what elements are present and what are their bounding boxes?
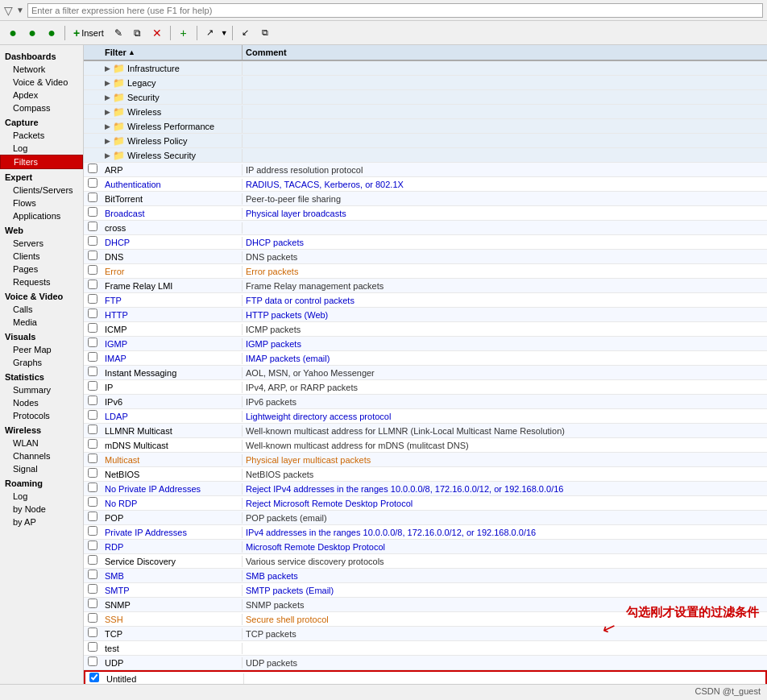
filter-expression-input[interactable]	[27, 3, 763, 18]
check-mdns[interactable]	[84, 438, 102, 452]
check-service-discovery[interactable]	[84, 554, 102, 568]
export-button[interactable]: ↗	[201, 24, 219, 42]
import-button[interactable]: ↙	[237, 24, 255, 42]
check-no-rdp[interactable]	[84, 496, 102, 510]
copy2-button[interactable]: ⧉	[256, 24, 274, 42]
sidebar-item-clients[interactable]: Clients	[0, 250, 83, 263]
sidebar-item-summary[interactable]: Summary	[0, 383, 83, 396]
check-ldap[interactable]	[84, 409, 102, 423]
sidebar-item-packets[interactable]: Packets	[0, 129, 83, 142]
filter-error: Error	[102, 266, 243, 277]
sidebar-item-by-ap[interactable]: by AP	[0, 516, 83, 528]
comment-multicast: Physical layer multicast packets	[243, 454, 767, 466]
check-ssh[interactable]	[84, 612, 102, 626]
sidebar-item-voice-video-dash[interactable]: Voice & Video	[0, 76, 83, 89]
check-frame-relay[interactable]	[84, 279, 102, 292]
check-untitled[interactable]	[85, 672, 103, 684]
group-row-wireless-policy[interactable]: ▶ 📁 Wireless Policy	[84, 134, 767, 148]
table-row: BitTorrent Peer-to-peer file sharing	[84, 192, 767, 206]
delete-button[interactable]: ✕	[148, 24, 166, 42]
check-netbios[interactable]	[84, 467, 102, 481]
check-smb[interactable]	[84, 569, 102, 582]
sidebar-item-pages[interactable]: Pages	[0, 263, 83, 275]
check-pop[interactable]	[84, 511, 102, 524]
chevron-icon: ▶	[105, 64, 110, 72]
check-icmp[interactable]	[84, 322, 102, 336]
col-filter-header[interactable]: Filter ▲	[102, 45, 243, 60]
check-snmp[interactable]	[84, 598, 102, 611]
check-ipv6[interactable]	[84, 395, 102, 408]
sidebar-item-requests[interactable]: Requests	[0, 275, 83, 288]
sidebar-item-signal[interactable]: Signal	[0, 462, 83, 475]
group-row-infrastructure[interactable]: ▶ 📁 Infrastructure	[84, 61, 767, 76]
check-cross[interactable]	[84, 221, 102, 234]
toolbar-btn-1[interactable]: ●	[4, 24, 22, 42]
check-auth[interactable]	[84, 177, 102, 191]
sidebar-item-flows[interactable]: Flows	[0, 197, 83, 209]
group-row-legacy[interactable]: ▶ 📁 Legacy	[84, 76, 767, 90]
toolbar-btn-3[interactable]: ●	[43, 24, 60, 42]
comment-private-ip: IPv4 addresses in the ranges 10.0.0.0/8,…	[243, 527, 767, 538]
copy-button[interactable]: ⧉	[129, 24, 147, 42]
check-im[interactable]	[84, 366, 102, 379]
sidebar-item-nodes[interactable]: Nodes	[0, 396, 83, 409]
sidebar-item-network[interactable]: Network	[0, 63, 83, 76]
check-multicast[interactable]	[84, 453, 102, 466]
sidebar-item-filters[interactable]: Filters	[0, 155, 83, 169]
sidebar-item-apdex[interactable]: Apdex	[0, 89, 83, 101]
sidebar-item-servers[interactable]: Servers	[0, 237, 83, 250]
group-visuals: Visuals	[0, 329, 83, 343]
check-llmnr[interactable]	[84, 424, 102, 437]
sidebar-item-by-node[interactable]: by Node	[0, 503, 83, 516]
check-igmp[interactable]	[84, 337, 102, 350]
group-row-wireless[interactable]: ▶ 📁 Wireless	[84, 105, 767, 119]
group-comment-legacy	[243, 82, 767, 84]
sidebar-item-channels[interactable]: Channels	[0, 449, 83, 462]
check-test[interactable]	[84, 641, 102, 655]
group-row-wireless-security[interactable]: ▶ 📁 Wireless Security	[84, 148, 767, 163]
add-button[interactable]: +	[175, 24, 193, 42]
sep-3	[197, 26, 197, 40]
filter-col-label: Filter	[105, 48, 126, 57]
sidebar-item-log[interactable]: Log	[0, 142, 83, 155]
check-error[interactable]	[84, 264, 102, 278]
group-comment-infrastructure	[243, 68, 767, 69]
check-ftp[interactable]	[84, 293, 102, 307]
sidebar-item-peer-map[interactable]: Peer Map	[0, 343, 83, 356]
toolbar-btn-2[interactable]: ●	[23, 24, 41, 42]
group-row-wireless-perf[interactable]: ▶ 📁 Wireless Performance	[84, 119, 767, 134]
check-private-ip[interactable]	[84, 525, 102, 539]
sidebar-item-media[interactable]: Media	[0, 316, 83, 329]
check-http[interactable]	[84, 308, 102, 321]
check-ip[interactable]	[84, 380, 102, 394]
check-tcp[interactable]	[84, 627, 102, 640]
check-imap[interactable]	[84, 351, 102, 365]
check-udp[interactable]	[84, 656, 102, 669]
chevron-icon-2: ▶	[105, 79, 110, 87]
sidebar-item-wlan[interactable]: WLAN	[0, 437, 83, 449]
sidebar-item-compass[interactable]: Compass	[0, 101, 83, 114]
check-bittorrent[interactable]	[84, 192, 102, 205]
check-rdp[interactable]	[84, 540, 102, 553]
col-comment-header[interactable]: Comment	[243, 45, 767, 60]
check-broadcast[interactable]	[84, 206, 102, 220]
check-arp[interactable]	[84, 163, 102, 176]
group-check-wireless	[84, 111, 102, 113]
sidebar-item-applications[interactable]: Applications	[0, 209, 83, 222]
group-name-wireless-perf: Wireless Performance	[127, 122, 214, 131]
check-no-private-ip[interactable]	[84, 482, 102, 495]
insert-button[interactable]: + Insert	[69, 24, 108, 42]
sidebar-item-calls[interactable]: Calls	[0, 303, 83, 316]
check-dns[interactable]	[84, 250, 102, 263]
sidebar-item-protocols[interactable]: Protocols	[0, 409, 83, 422]
check-dhcp[interactable]	[84, 235, 102, 249]
sidebar-item-clients-servers[interactable]: Clients/Servers	[0, 184, 83, 197]
comment-ip: IPv4, ARP, or RARP packets	[243, 382, 767, 393]
comment-pop: POP packets (email)	[243, 512, 767, 524]
edit-button[interactable]: ✎	[110, 24, 127, 42]
filter-broadcast: Broadcast	[102, 208, 243, 219]
sidebar-item-graphs[interactable]: Graphs	[0, 356, 83, 369]
sidebar-item-roaming-log[interactable]: Log	[0, 490, 83, 503]
group-row-security[interactable]: ▶ 📁 Security	[84, 90, 767, 105]
check-smtp[interactable]	[84, 583, 102, 597]
